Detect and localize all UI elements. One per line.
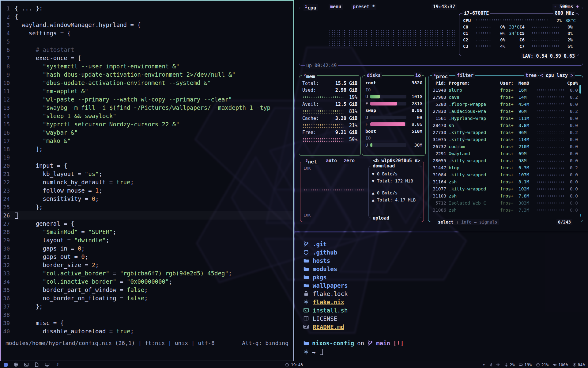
process-row[interactable]: 28470shfros+3.8M0.0: [432, 122, 578, 129]
brightness-module[interactable]: 84%: [572, 362, 585, 367]
code-line[interactable]: 20 input = {: [1, 162, 293, 170]
code-line[interactable]: 32 border_size = 2;: [1, 261, 293, 269]
process-row[interactable]: 27903cavafros+14M0.2: [432, 94, 578, 101]
code-line[interactable]: 22 numlock_by_default = true;: [1, 178, 293, 186]
io-toggle[interactable]: io: [414, 72, 422, 79]
code-line[interactable]: 2{: [1, 13, 293, 21]
code-line[interactable]: 39 misc = {: [1, 319, 293, 327]
process-row[interactable]: 31086zshfros+7.3M0.0: [432, 206, 578, 213]
preset-button[interactable]: preset *: [351, 4, 376, 10]
code-line[interactable]: 1{ ... }:: [1, 4, 293, 13]
process-row[interactable]: 31075.kitty-wrappedfros+114M0.0: [432, 136, 578, 143]
disks-box-title[interactable]: disks: [365, 72, 382, 79]
workspace-nix-square[interactable]: [3, 362, 8, 367]
process-row[interactable]: 31164zshfros+8.1M0.0: [432, 178, 578, 185]
sort-left-arrow[interactable]: <: [540, 73, 543, 78]
chevron-down-icon[interactable]: ▾: [482, 363, 486, 367]
sort-column-selector[interactable]: < cpu lazy >: [539, 72, 575, 79]
code-line[interactable]: 18 ];: [1, 145, 293, 153]
code-line[interactable]: 17 "mako &": [1, 137, 293, 145]
code-area[interactable]: 1{ ... }:2{3 wayland.windowManager.hyprl…: [1, 4, 293, 339]
menu-button[interactable]: menu: [329, 4, 343, 10]
terminal-window[interactable]: .git.githubhostsmodulespkgswallpapersfla…: [295, 232, 588, 361]
interval-increase-button[interactable]: +: [576, 4, 579, 10]
code-line[interactable]: 33 "col.active_border" = "rgb(cba6f7) rg…: [1, 269, 293, 278]
code-line[interactable]: 5: [1, 37, 293, 46]
wifi-icon[interactable]: [496, 363, 500, 367]
ram-module[interactable]: 19%: [519, 362, 531, 367]
editor-window[interactable]: 1{ ... }:2{3 wayland.windowManager.hyprl…: [0, 0, 294, 361]
btop-window[interactable]: 1cpu menu preset * 19:43:37 - 500ms + i7…: [295, 0, 588, 231]
code-line[interactable]: 30 gaps_in = 0;: [1, 244, 293, 253]
process-row[interactable]: 31103zshfros+7.8M0.0: [432, 192, 578, 199]
code-line[interactable]: 38: [1, 311, 293, 319]
cpu-box-title[interactable]: 1cpu: [303, 4, 318, 11]
code-line[interactable]: 25 };: [1, 203, 293, 211]
process-row[interactable]: 31447btopfros+6.3M0.2: [432, 164, 578, 171]
update-interval-control[interactable]: - 500ms +: [552, 4, 580, 10]
net-zero-toggle[interactable]: zero: [342, 158, 356, 164]
code-line[interactable]: 40 disable_autoreload = true;: [1, 327, 293, 335]
code-line[interactable]: 27 general = {: [1, 220, 293, 228]
interval-decrease-button[interactable]: -: [554, 4, 557, 10]
filter-button[interactable]: filter: [455, 72, 475, 79]
process-row[interactable]: 1561.Hyprland-wrapfros+111M0.0: [432, 115, 578, 122]
tree-toggle[interactable]: tree: [524, 72, 538, 79]
workspace-monitor[interactable]: [45, 362, 50, 367]
code-line[interactable]: 6 # autostart: [1, 46, 293, 54]
code-line[interactable]: 13 "swaybg -m fill -i $(find ~/Pictures/…: [1, 104, 293, 112]
process-row[interactable]: 5712Isolated Web Cfros+303M0.0: [432, 199, 578, 206]
process-row[interactable]: 28055.kitty-wrappedfros+98M0.0: [432, 157, 578, 164]
mem-graph: [302, 138, 344, 142]
net-auto-toggle[interactable]: auto: [324, 158, 338, 164]
shell-input-line[interactable]: →: [303, 348, 580, 356]
code-line[interactable]: 24 sensitivity = 0;: [1, 195, 293, 203]
code-line[interactable]: 16 "waybar &": [1, 128, 293, 137]
code-line[interactable]: 3 wayland.windowManager.hyprland = {: [1, 21, 293, 29]
code-line[interactable]: 21 kb_layout = "us";: [1, 170, 293, 178]
process-row[interactable]: 31084.kitty-wrappedfros+107M0.0: [432, 171, 578, 178]
process-row[interactable]: 31077.kitty-wrappedfros+102M0.0: [432, 185, 578, 192]
disk-module[interactable]: 21%: [536, 362, 548, 367]
code-line[interactable]: 4 settings = {: [1, 29, 293, 37]
thermometer-module[interactable]: 2%: [504, 362, 515, 367]
workspace-music[interactable]: ♪: [55, 362, 60, 367]
scroll-down-indicator[interactable]: ↓: [579, 213, 582, 217]
code-line[interactable]: 37 };: [1, 302, 293, 311]
code-line[interactable]: 7 exec-once = [: [1, 54, 293, 62]
code-line[interactable]: 10 "dbus-update-activation-environment -…: [1, 79, 293, 87]
code-line[interactable]: 19: [1, 153, 293, 162]
memory-box-title[interactable]: 2mem: [302, 72, 317, 80]
workspace-terminal[interactable]: [24, 362, 29, 367]
clock-module[interactable]: 19:43: [285, 362, 303, 367]
code-line[interactable]: 31 gaps_out = 0;: [1, 253, 293, 261]
code-line[interactable]: 12 "wl-paste --primary --watch wl-copy -…: [1, 95, 293, 104]
code-line[interactable]: 9 "hash dbus-update-activation-environme…: [1, 71, 293, 79]
code-line[interactable]: 23 follow_mouse = 1;: [1, 186, 293, 195]
code-line[interactable]: 26: [1, 211, 293, 220]
code-line[interactable]: 8 "systemctl --user import-environment &…: [1, 62, 293, 71]
code-line[interactable]: 15 "hyprctl setcursor Nordzy-cursors 22 …: [1, 120, 293, 128]
code-line[interactable]: 36 no_border_on_floating = false;: [1, 294, 293, 302]
volume-module[interactable]: 100%: [553, 362, 568, 367]
process-scrollbar[interactable]: [579, 85, 581, 94]
code-line[interactable]: 34 "col.inactive_border" = "0x00000000";: [1, 278, 293, 286]
code-line[interactable]: 11 "nm-applet &": [1, 87, 293, 95]
process-row[interactable]: 26732codiumfros+210M0.0: [432, 143, 578, 150]
workspace-browser[interactable]: [13, 362, 18, 367]
process-row[interactable]: 27830.audacious-wrafros+96M0.2: [432, 108, 578, 115]
sort-right-arrow[interactable]: >: [571, 73, 573, 78]
process-footer-hints[interactable]: select ↓ info → signals: [436, 219, 499, 225]
bluetooth-icon[interactable]: [489, 363, 493, 367]
code-line[interactable]: 29 layout = "dwindle";: [1, 236, 293, 244]
process-row[interactable]: 31948slurpfros+16M0.0: [432, 86, 578, 94]
workspace-document[interactable]: [34, 362, 39, 367]
code-line[interactable]: 35 border_part_of_window = false;: [1, 286, 293, 294]
network-box-title[interactable]: 3net: [304, 158, 318, 165]
process-row[interactable]: 5280.floorp-wrappefros+454M0.0: [432, 101, 578, 108]
process-row[interactable]: 2291Xwaylandfros+69M0.0: [432, 150, 578, 157]
code-line[interactable]: 14 "sleep 1 && swaylock": [1, 112, 293, 120]
process-box-title[interactable]: 4proc: [432, 72, 449, 80]
process-row[interactable]: 27730.kitty-wrappedfros+96M0.2: [432, 129, 578, 136]
code-line[interactable]: 28 "$mainMod" = "SUPER";: [1, 228, 293, 236]
